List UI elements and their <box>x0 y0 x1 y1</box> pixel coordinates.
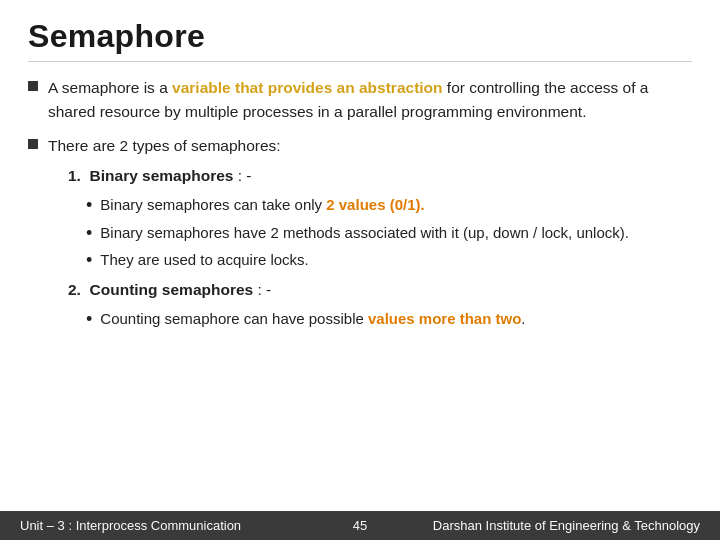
bullet-item-1: A semaphore is a variable that provides … <box>28 76 692 124</box>
sub-bullet-1-2: • Binary semaphores have 2 methods assoc… <box>86 222 692 245</box>
bullet-text-1: A semaphore is a variable that provides … <box>48 76 692 124</box>
dot-icon: • <box>86 224 92 242</box>
sub-bullets-1: • Binary semaphores can take only 2 valu… <box>86 194 692 272</box>
numbered-label-1: 1. Binary semaphores : - <box>68 164 692 188</box>
type1-label: Binary semaphores <box>90 167 234 184</box>
footer-left: Unit – 3 : Interprocess Communication <box>20 518 323 533</box>
bullet-square-2 <box>28 139 38 149</box>
highlight-values-more: values more than two <box>368 310 521 327</box>
main-content: Semaphore A semaphore is a variable that… <box>0 0 720 511</box>
footer-right: Darshan Institute of Engineering & Techn… <box>397 518 700 533</box>
type2-number: 2. <box>68 281 90 298</box>
sub-bullet-2-1-text: Counting semaphore can have possible val… <box>100 308 525 331</box>
type1-number: 1. <box>68 167 90 184</box>
sub-bullet-1-3: • They are used to acquire locks. <box>86 249 692 272</box>
type1-suffix: : - <box>233 167 251 184</box>
bullet2-text: There are 2 types of semaphores: <box>48 137 281 154</box>
footer-center: 45 <box>323 518 397 533</box>
sub-bullets-2: • Counting semaphore can have possible v… <box>86 308 692 331</box>
sub-bullet-1-1: • Binary semaphores can take only 2 valu… <box>86 194 692 217</box>
dot-icon: • <box>86 196 92 214</box>
bullet-text-2: There are 2 types of semaphores: 1. Bina… <box>48 134 692 336</box>
title-divider <box>28 61 692 62</box>
dot-icon: • <box>86 251 92 269</box>
highlight-values: 2 values (0/1). <box>326 196 424 213</box>
bullet-item-2: There are 2 types of semaphores: 1. Bina… <box>28 134 692 336</box>
sub-bullet-2-1: • Counting semaphore can have possible v… <box>86 308 692 331</box>
bullet1-highlight: variable that provides an abstraction <box>172 79 442 96</box>
type2-label: Counting semaphores <box>90 281 254 298</box>
sub-bullet-1-2-text: Binary semaphores have 2 methods associa… <box>100 222 629 245</box>
footer: Unit – 3 : Interprocess Communication 45… <box>0 511 720 540</box>
bullet-square-1 <box>28 81 38 91</box>
numbered-item-1: 1. Binary semaphores : - • Binary semaph… <box>68 164 692 272</box>
bullet1-pre: A semaphore is a <box>48 79 172 96</box>
page-title: Semaphore <box>28 18 692 55</box>
dot-icon: • <box>86 310 92 328</box>
numbered-list: 1. Binary semaphores : - • Binary semaph… <box>68 164 692 330</box>
numbered-item-2: 2. Counting semaphores : - • Counting se… <box>68 278 692 331</box>
sub-bullet-1-1-text: Binary semaphores can take only 2 values… <box>100 194 424 217</box>
numbered-label-2: 2. Counting semaphores : - <box>68 278 692 302</box>
type2-suffix: : - <box>253 281 271 298</box>
sub-bullet-1-3-text: They are used to acquire locks. <box>100 249 308 272</box>
